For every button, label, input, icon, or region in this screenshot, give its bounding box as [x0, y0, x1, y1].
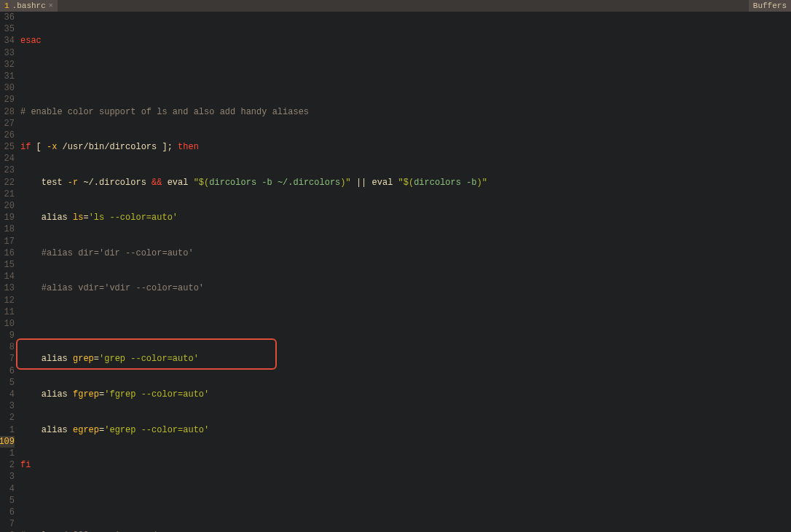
code-line — [20, 495, 791, 507]
close-icon[interactable]: ✕ — [49, 1, 53, 11]
code-line: alias ls='ls --color=auto' — [20, 212, 791, 223]
tab-bashrc[interactable]: 1 .bashrc ✕ — [0, 0, 58, 12]
code-line — [20, 318, 791, 330]
code-line: esac — [20, 35, 791, 47]
code-line — [20, 71, 791, 82]
code-line: #alias vdir='vdir --color=auto' — [20, 282, 791, 294]
buffers-button[interactable]: Buffers — [749, 0, 791, 12]
code-line: alias egrep='egrep --color=auto' — [20, 424, 791, 436]
code-area[interactable]: esac # enable color support of ls and al… — [17, 12, 791, 532]
code-line: if [ -x /usr/bin/dircolors ]; then — [20, 141, 791, 153]
tab-index: 1 — [4, 1, 9, 12]
tab-filename: .bashrc — [12, 1, 46, 12]
code-line: # enable color support of ls and also ad… — [20, 106, 791, 118]
code-line: test -r ~/.dircolors && eval "$(dircolor… — [20, 177, 791, 188]
code-line: alias grep='grep --color=auto' — [20, 353, 791, 365]
tab-bar: 1 .bashrc ✕ Buffers — [0, 0, 791, 12]
code-line: #alias dir='dir --color=auto' — [20, 247, 791, 259]
line-number-gutter: 3635343332313029282726252423222120191817… — [0, 12, 17, 532]
buffers-label: Buffers — [753, 1, 787, 12]
current-line-number: 109 — [0, 436, 15, 448]
code-line: alias fgrep='fgrep --color=auto' — [20, 389, 791, 400]
editor[interactable]: 3635343332313029282726252423222120191817… — [0, 12, 791, 532]
code-line: fi — [20, 459, 791, 471]
